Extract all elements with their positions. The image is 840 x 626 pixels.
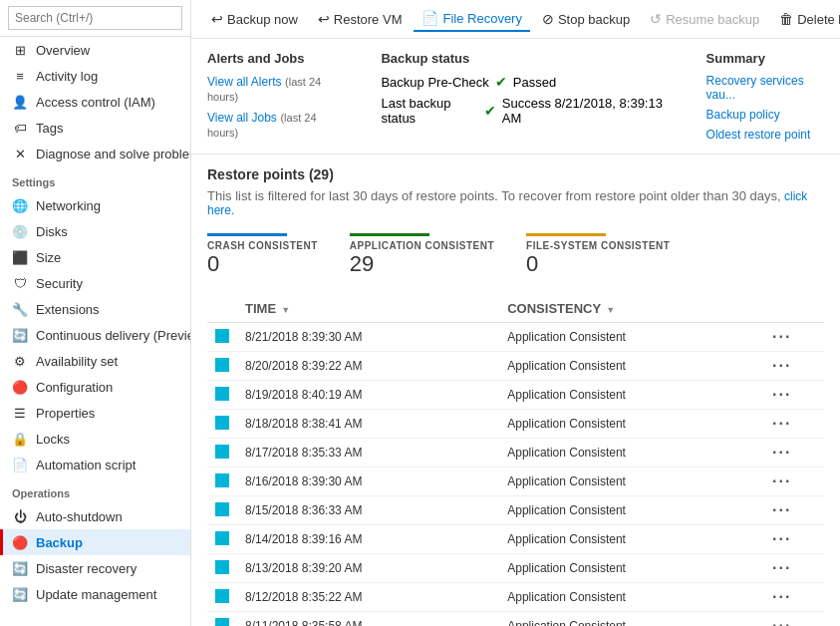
- search-box[interactable]: [0, 0, 190, 37]
- more-button[interactable]: ···: [772, 617, 791, 626]
- row-more[interactable]: ···: [764, 525, 824, 554]
- alerts-jobs-title: Alerts and Jobs: [207, 51, 341, 66]
- sidebar-item-overview[interactable]: ⊞ Overview: [0, 37, 190, 63]
- row-more[interactable]: ···: [764, 583, 824, 612]
- more-button[interactable]: ···: [772, 386, 791, 403]
- row-time: 8/18/2018 8:38:41 AM: [237, 410, 499, 439]
- row-indicator: [207, 468, 237, 496]
- consistency-stats: CRASH CONSISTENT 0 APPLICATION CONSISTEN…: [207, 227, 824, 283]
- sidebar-item-automation-script[interactable]: 📄 Automation script: [0, 452, 190, 477]
- row-time: 8/12/2018 8:35:22 AM: [237, 583, 499, 612]
- tags-icon: 🏷: [12, 120, 28, 136]
- last-backup-check-icon: ✔: [484, 103, 496, 119]
- backup-now-button[interactable]: ↩ Backup now: [203, 7, 306, 31]
- row-time: 8/21/2018 8:39:30 AM: [237, 323, 499, 352]
- more-button[interactable]: ···: [772, 472, 791, 489]
- more-button[interactable]: ···: [772, 501, 791, 518]
- table-row[interactable]: 8/12/2018 8:35:22 AM Application Consist…: [207, 583, 824, 612]
- more-button[interactable]: ···: [772, 415, 791, 432]
- sidebar-item-disaster-recovery[interactable]: 🔄 Disaster recovery: [0, 555, 190, 581]
- summary-panel: Summary Recovery services vau... Backup …: [706, 51, 824, 142]
- col-time[interactable]: TIME ▼: [237, 295, 499, 323]
- sidebar-item-locks[interactable]: 🔒 Locks: [0, 426, 190, 452]
- precheck-value: Passed: [513, 75, 556, 90]
- restore-table-body: 8/21/2018 8:39:30 AM Application Consist…: [207, 323, 824, 627]
- summary-item-1[interactable]: Recovery services vau...: [706, 74, 824, 102]
- row-indicator: [207, 381, 237, 410]
- sidebar-item-diagnose[interactable]: ✕ Diagnose and solve problems: [0, 141, 190, 166]
- app-consistent-bar: [350, 233, 429, 236]
- table-row[interactable]: 8/19/2018 8:40:19 AM Application Consist…: [207, 381, 824, 410]
- last-backup-label: Last backup status: [381, 96, 477, 126]
- row-more[interactable]: ···: [764, 410, 824, 439]
- precheck-check-icon: ✔: [495, 74, 507, 90]
- sidebar-item-networking[interactable]: 🌐 Networking: [0, 192, 190, 218]
- crash-consistent-bar: [207, 233, 287, 236]
- more-button[interactable]: ···: [772, 559, 791, 576]
- restore-title: Restore points (29): [207, 155, 824, 188]
- search-input[interactable]: [8, 6, 182, 30]
- row-more[interactable]: ···: [764, 554, 824, 583]
- more-button[interactable]: ···: [772, 357, 791, 374]
- sidebar-item-activity-log[interactable]: ≡ Activity log: [0, 63, 190, 89]
- restore-vm-button[interactable]: ↩ Restore VM: [310, 7, 411, 31]
- automation-script-icon: 📄: [12, 457, 28, 472]
- crash-consistent-label: CRASH CONSISTENT: [207, 240, 318, 251]
- row-time: 8/13/2018 8:39:20 AM: [237, 554, 499, 583]
- table-row[interactable]: 8/20/2018 8:39:22 AM Application Consist…: [207, 352, 824, 381]
- settings-section-label: Settings: [0, 166, 190, 192]
- row-consistency: Application Consistent: [499, 323, 764, 352]
- table-row[interactable]: 8/18/2018 8:38:41 AM Application Consist…: [207, 410, 824, 439]
- file-recovery-button[interactable]: 📄 File Recovery: [414, 6, 529, 32]
- row-more[interactable]: ···: [764, 468, 824, 496]
- table-row[interactable]: 8/14/2018 8:39:16 AM Application Consist…: [207, 525, 824, 554]
- stop-backup-icon: ⊘: [542, 11, 554, 27]
- sidebar-item-availability-set[interactable]: ⚙ Availability set: [0, 348, 190, 374]
- sidebar-item-security[interactable]: 🛡 Security: [0, 270, 190, 296]
- resume-backup-button[interactable]: ↺ Resume backup: [642, 7, 767, 31]
- summary-item-3[interactable]: Oldest restore point: [706, 128, 824, 142]
- sidebar-item-tags[interactable]: 🏷 Tags: [0, 115, 190, 141]
- sidebar-item-update-management[interactable]: 🔄 Update management: [0, 581, 190, 607]
- table-row[interactable]: 8/13/2018 8:39:20 AM Application Consist…: [207, 554, 824, 583]
- extensions-icon: 🔧: [12, 301, 28, 317]
- sidebar-item-disks[interactable]: 💿 Disks: [0, 218, 190, 244]
- sidebar-item-backup[interactable]: 🔴 Backup: [0, 529, 190, 555]
- sidebar-item-configuration[interactable]: 🔴 Configuration: [0, 374, 190, 400]
- row-more[interactable]: ···: [764, 381, 824, 410]
- col-consistency[interactable]: CONSISTENCY ▼: [499, 295, 764, 323]
- more-button[interactable]: ···: [772, 588, 791, 605]
- restore-vm-icon: ↩: [318, 11, 330, 27]
- sidebar-item-properties[interactable]: ☰ Properties: [0, 400, 190, 426]
- last-backup-row: Last backup status ✔ Success 8/21/2018, …: [381, 96, 666, 126]
- sidebar-item-continuous-delivery[interactable]: 🔄 Continuous delivery (Preview): [0, 322, 190, 348]
- sidebar-item-access-control[interactable]: 👤 Access control (IAM): [0, 89, 190, 115]
- more-button[interactable]: ···: [772, 328, 791, 345]
- summary-item-2[interactable]: Backup policy: [706, 108, 824, 122]
- view-alerts-link[interactable]: View all Alerts: [207, 75, 281, 89]
- row-more[interactable]: ···: [764, 439, 824, 468]
- more-button[interactable]: ···: [772, 530, 791, 547]
- row-more[interactable]: ···: [764, 323, 824, 352]
- precheck-label: Backup Pre-Check: [381, 75, 488, 90]
- row-more[interactable]: ···: [764, 496, 824, 525]
- sidebar-item-size[interactable]: ⬛ Size: [0, 244, 190, 270]
- diagnose-icon: ✕: [12, 146, 28, 161]
- delete-backup-icon: 🗑: [779, 11, 793, 27]
- sidebar-item-extensions[interactable]: 🔧 Extensions: [0, 296, 190, 322]
- table-row[interactable]: 8/17/2018 8:35:33 AM Application Consist…: [207, 439, 824, 468]
- row-more[interactable]: ···: [764, 352, 824, 381]
- table-row[interactable]: 8/21/2018 8:39:30 AM Application Consist…: [207, 323, 824, 352]
- delete-backup-button[interactable]: 🗑 Delete backup data: [771, 7, 840, 31]
- sidebar-item-auto-shutdown[interactable]: ⏻ Auto-shutdown: [0, 503, 190, 529]
- more-button[interactable]: ···: [772, 444, 791, 461]
- row-indicator: [207, 410, 237, 439]
- view-jobs-link[interactable]: View all Jobs: [207, 111, 277, 125]
- table-row[interactable]: 8/15/2018 8:36:33 AM Application Consist…: [207, 496, 824, 525]
- locks-icon: 🔒: [12, 431, 28, 447]
- table-row[interactable]: 8/11/2018 8:35:58 AM Application Consist…: [207, 612, 824, 627]
- stop-backup-button[interactable]: ⊘ Stop backup: [534, 7, 638, 31]
- row-more[interactable]: ···: [764, 612, 824, 627]
- table-row[interactable]: 8/16/2018 8:39:30 AM Application Consist…: [207, 468, 824, 496]
- row-consistency: Application Consistent: [499, 410, 764, 439]
